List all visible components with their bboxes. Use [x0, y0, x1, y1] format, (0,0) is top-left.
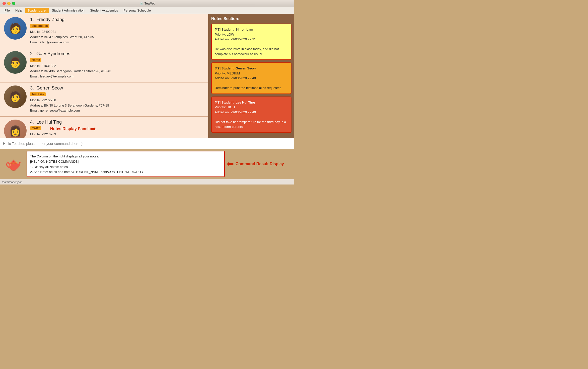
student-tag: Home: [30, 58, 41, 62]
note-content: Did not take her temperature for the thi…: [215, 120, 288, 129]
note-date: Added on: 29/03/2020 22:40: [215, 76, 288, 81]
student-email: Email: gerrenseow@example.com: [30, 108, 204, 113]
command-result-arrow: ⬅: [227, 159, 234, 169]
notes-display-panel-label-area: Notes Display Panel ➡: [50, 125, 96, 133]
note-header: [#1] Student: Simon Lam: [215, 27, 288, 32]
menu-bar: File Help Student List Student Administr…: [0, 7, 294, 14]
note-card: [#1] Student: Simon Lam Priority: LOW Ad…: [211, 24, 291, 60]
notes-display-panel-arrow: ➡: [90, 125, 96, 133]
result-line: The Column on the right displays all you…: [30, 154, 221, 159]
result-line: 2. Add Note: notes add name/STUDENT_NAME…: [30, 169, 221, 175]
student-info: 2. Gary Syndromes Home Mobile: 91031282 …: [30, 51, 204, 79]
student-tag: Temasek: [30, 92, 46, 96]
maximize-button[interactable]: [12, 2, 15, 5]
app-title: TeaPet: [144, 2, 155, 5]
command-result-label: Command Result Display: [236, 162, 284, 166]
menu-help[interactable]: Help: [13, 8, 25, 13]
student-row[interactable]: 👩 4. Lee Hui Ting CAPT Mobile: 93210283 …: [0, 117, 208, 138]
note-header: [#3] Student: Lee Hui Ting: [215, 100, 288, 105]
student-row[interactable]: 👨 2. Gary Syndromes Home Mobile: 9103128…: [0, 48, 208, 82]
note-priority: Priority: LOW: [215, 32, 288, 37]
result-line: 1. Display all Notes: notes: [30, 164, 221, 170]
result-line: [HELP ON NOTES COMMANDS]: [30, 159, 221, 164]
note-priority: Priority: HIGH: [215, 105, 288, 110]
student-address: Address: Blk 30 Lorong 3 Serangoon Garde…: [30, 103, 204, 108]
notes-panel: Notes Section: [#1] Student: Simon Lam P…: [209, 14, 294, 138]
menu-personal-schedule[interactable]: Personal Schedule: [121, 8, 153, 13]
menu-student-academics[interactable]: Student Academics: [88, 8, 120, 13]
menu-file[interactable]: File: [2, 8, 12, 13]
student-tag: classmates: [30, 24, 49, 28]
window-controls: [3, 2, 15, 5]
student-info: 3. Gerren Seow Temasek Mobile: 99272758 …: [30, 85, 204, 113]
student-email: Email: leegary@example.com: [30, 74, 204, 79]
note-content: He was disruptive in class today, and di…: [215, 47, 288, 56]
student-avatar: 👩: [4, 120, 27, 138]
status-bar: /data/teapet.json: [0, 179, 294, 184]
student-address: Address: Blk 436 Serangoon Gardens Stree…: [30, 69, 204, 74]
result-text-box: The Column on the right displays all you…: [27, 151, 225, 177]
note-card: [#2] Student: Gerren Seow Priority: MEDI…: [211, 62, 291, 94]
student-tag: CAPT: [30, 126, 41, 130]
result-bar: 🫖 The Column on the right displays all y…: [0, 149, 294, 179]
minimize-button[interactable]: [7, 2, 11, 5]
teapot-icon: 🫖: [2, 151, 25, 177]
student-avatar: 👨: [4, 51, 27, 74]
menu-student-administration[interactable]: Student Administration: [49, 8, 87, 13]
status-bar-text: /data/teapet.json: [2, 180, 22, 183]
notes-section-title: Notes Section:: [211, 17, 291, 21]
title-bar: 🍵 TeaPet: [0, 0, 294, 7]
student-mobile: Mobile: 92492021: [30, 29, 204, 35]
student-info: 1. Freddy Zhang classmates Mobile: 92492…: [30, 17, 204, 45]
student-mobile: Mobile: 99272758: [30, 98, 204, 103]
menu-student-list[interactable]: Student List: [25, 8, 49, 13]
app-window: 🍵 TeaPet File Help Student List Student …: [0, 0, 294, 184]
notes-display-panel-label: Notes Display Panel: [50, 127, 89, 131]
note-content: Reminder to print the testimonial as req…: [215, 85, 288, 90]
command-input[interactable]: [3, 142, 291, 146]
command-input-bar: [0, 138, 294, 149]
note-date: Added on: 29/03/2020 22:31: [215, 37, 288, 42]
student-name: 1. Freddy Zhang: [30, 17, 204, 22]
student-avatar: 🧑: [4, 17, 27, 40]
command-result-label-area: ⬅ Command Result Display: [227, 151, 292, 177]
student-avatar: 🧑: [4, 85, 27, 108]
student-row[interactable]: 🧑 1. Freddy Zhang classmates Mobile: 924…: [0, 14, 208, 48]
app-icon: 🍵: [139, 2, 143, 5]
note-card: [#3] Student: Lee Hui Ting Priority: HIG…: [211, 97, 291, 133]
student-name: 4. Lee Hui Ting: [30, 120, 204, 125]
note-date: Added on: 29/03/2020 22:40: [215, 110, 288, 115]
student-email: Email: irfan@example.com: [30, 40, 204, 45]
student-name: 2. Gary Syndromes: [30, 51, 204, 56]
close-button[interactable]: [3, 2, 6, 5]
content-area: 🧑 1. Freddy Zhang classmates Mobile: 924…: [0, 14, 294, 138]
student-list-panel: 🧑 1. Freddy Zhang classmates Mobile: 924…: [0, 14, 209, 138]
student-address: Address: Blk 11 Ang Mo Kio Street 74, #1…: [30, 137, 204, 138]
student-address: Address: Blk 47 Tampines Street 20, #17-…: [30, 35, 204, 40]
student-name: 3. Gerren Seow: [30, 85, 204, 91]
student-row[interactable]: 🧑 3. Gerren Seow Temasek Mobile: 9927275…: [0, 82, 208, 117]
student-mobile: Mobile: 91031282: [30, 63, 204, 69]
note-header: [#2] Student: Gerren Seow: [215, 66, 288, 71]
note-priority: Priority: MEDIUM: [215, 71, 288, 76]
